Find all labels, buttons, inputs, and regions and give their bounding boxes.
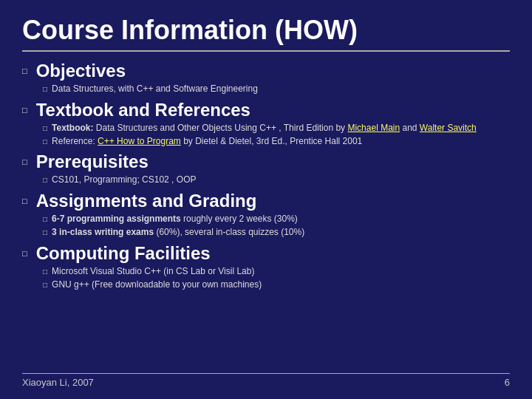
footer: Xiaoyan Li, 2007 6 xyxy=(22,373,510,388)
sub-text: Reference: C++ How to Program by Dietel … xyxy=(52,135,510,148)
list-item: □ CS101, Programming; CS102 , OOP xyxy=(43,174,510,186)
bullet-prerequisites: □ xyxy=(22,157,27,166)
sub-bullet: □ xyxy=(43,175,47,185)
section-title-computing: Computing Facilities xyxy=(36,243,211,264)
subitems-textbook: □ Textbook: Data Structures and Other Ob… xyxy=(22,122,510,148)
list-item: □ Data Structures, with C++ and Software… xyxy=(43,83,510,95)
sub-text: Data Structures, with C++ and Software E… xyxy=(52,83,510,95)
section-computing: □ Computing Facilities □ Microsoft Visua… xyxy=(22,243,510,291)
sub-text: CS101, Programming; CS102 , OOP xyxy=(52,174,510,186)
sub-text: Textbook: Data Structures and Other Obje… xyxy=(52,122,510,134)
subitems-assignments: □ 6-7 programming assignments roughly ev… xyxy=(22,213,510,239)
subitems-objectives: □ Data Structures, with C++ and Software… xyxy=(22,83,510,95)
section-title-assignments: Assignments and Grading xyxy=(36,191,257,211)
bullet-objectives: □ xyxy=(22,66,27,75)
section-header-objectives: □ Objectives xyxy=(22,61,510,81)
slide-title: Course Information (HOW) xyxy=(22,15,510,52)
michael-main-link[interactable]: Michael Main xyxy=(347,123,400,133)
list-item: □ Textbook: Data Structures and Other Ob… xyxy=(43,122,510,134)
section-assignments: □ Assignments and Grading □ 6-7 programm… xyxy=(22,191,510,239)
list-item: □ GNU g++ (Free downloadable to your own… xyxy=(43,279,510,291)
sub-bullet: □ xyxy=(43,137,47,147)
bullet-computing: □ xyxy=(22,249,27,258)
list-item: □ 6-7 programming assignments roughly ev… xyxy=(43,213,510,225)
section-header-prerequisites: □ Prerequisites xyxy=(22,151,510,172)
subitems-prerequisites: □ CS101, Programming; CS102 , OOP xyxy=(22,174,510,186)
section-header-computing: □ Computing Facilities xyxy=(22,243,510,264)
footer-page: 6 xyxy=(505,377,510,388)
section-title-objectives: Objectives xyxy=(36,61,126,81)
section-title-textbook: Textbook and References xyxy=(36,100,250,120)
section-textbook: □ Textbook and References □ Textbook: Da… xyxy=(22,100,510,148)
section-prerequisites: □ Prerequisites □ CS101, Programming; CS… xyxy=(22,151,510,186)
bullet-assignments: □ xyxy=(22,197,27,205)
cpp-how-to-program-link[interactable]: C++ How to Program xyxy=(98,136,181,146)
content-area: □ Objectives □ Data Structures, with C++… xyxy=(22,61,510,373)
bullet-textbook: □ xyxy=(22,106,27,115)
sub-bullet: □ xyxy=(43,84,47,95)
sub-text: GNU g++ (Free downloadable to your own m… xyxy=(52,279,510,291)
walter-savitch-link[interactable]: Walter Savitch xyxy=(420,123,477,133)
sub-text: 6-7 programming assignments roughly ever… xyxy=(52,213,510,225)
footer-author: Xiaoyan Li, 2007 xyxy=(22,377,94,388)
sub-bullet: □ xyxy=(43,267,47,277)
sub-text: 3 in-class writing exams (60%), several … xyxy=(52,226,510,239)
list-item: □ Reference: C++ How to Program by Diete… xyxy=(43,135,510,148)
sub-bullet: □ xyxy=(43,280,47,290)
sub-text: Microsoft Visual Studio C++ (in CS Lab o… xyxy=(52,265,510,278)
sub-bullet: □ xyxy=(43,214,47,225)
slide: Course Information (HOW) □ Objectives □ … xyxy=(0,0,532,399)
section-objectives: □ Objectives □ Data Structures, with C++… xyxy=(22,61,510,95)
sub-bullet: □ xyxy=(43,123,47,134)
sub-bullet: □ xyxy=(43,228,47,238)
list-item: □ Microsoft Visual Studio C++ (in CS Lab… xyxy=(43,265,510,278)
section-title-prerequisites: Prerequisites xyxy=(36,151,149,172)
section-header-assignments: □ Assignments and Grading xyxy=(22,191,510,211)
list-item: □ 3 in-class writing exams (60%), severa… xyxy=(43,226,510,239)
section-header-textbook: □ Textbook and References xyxy=(22,100,510,120)
subitems-computing: □ Microsoft Visual Studio C++ (in CS Lab… xyxy=(22,265,510,291)
